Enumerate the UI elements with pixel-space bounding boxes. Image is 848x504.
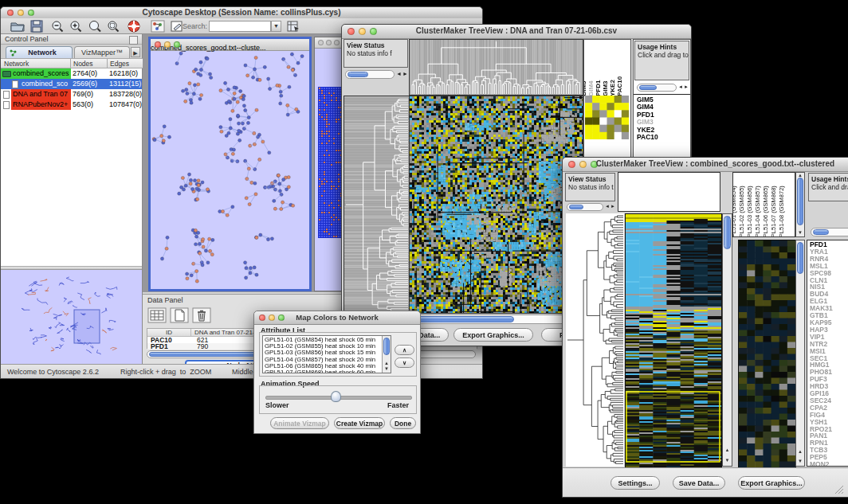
network-node[interactable] (244, 64, 247, 67)
network-node[interactable] (254, 193, 257, 196)
network-node[interactable] (186, 277, 189, 280)
network-node[interactable] (286, 113, 289, 116)
scroll-left-arrow[interactable]: ◄ (678, 84, 683, 89)
network-node[interactable] (286, 104, 289, 107)
network-node[interactable] (246, 74, 249, 77)
tab-vizmapper[interactable]: VizMapper™ (74, 46, 130, 58)
network-node[interactable] (255, 273, 258, 276)
network-node[interactable] (209, 249, 212, 252)
zoom-selected-icon[interactable] (106, 20, 120, 33)
network-list-row[interactable]: combined_scores2764(0)16218(0) (1, 68, 142, 79)
network-node[interactable] (251, 76, 254, 79)
minimize-button[interactable] (164, 41, 171, 48)
network-node[interactable] (261, 140, 265, 143)
scroll-down-arrow[interactable]: ▼ (796, 230, 804, 236)
tv2-column-dendrogram-area[interactable] (618, 172, 720, 212)
network-node[interactable] (165, 247, 168, 250)
network-node[interactable] (194, 68, 198, 71)
network-node[interactable] (184, 184, 187, 187)
network-graph-view[interactable] (151, 50, 309, 289)
network-node[interactable] (255, 108, 258, 111)
scroll-left-arrow[interactable]: ◄ (396, 71, 402, 76)
network-node[interactable] (201, 181, 204, 184)
network-node[interactable] (254, 56, 257, 59)
scroll-up-arrow[interactable]: ▲ (796, 449, 804, 455)
scroll-up-arrow[interactable]: ▲ (383, 361, 391, 366)
network-node[interactable] (162, 139, 165, 143)
network-node[interactable] (253, 266, 256, 269)
tv1-selected-cluster-matrix[interactable] (585, 96, 629, 139)
network-node[interactable] (194, 229, 197, 232)
network-node[interactable] (206, 261, 210, 264)
network-node[interactable] (210, 76, 213, 79)
network-node[interactable] (189, 178, 192, 182)
network-node[interactable] (287, 175, 290, 178)
network-node[interactable] (219, 126, 222, 129)
network-node[interactable] (160, 257, 163, 260)
network-node[interactable] (300, 55, 304, 58)
network-node[interactable] (243, 261, 246, 264)
network-node[interactable] (242, 95, 245, 98)
network-node[interactable] (185, 272, 188, 275)
network-node[interactable] (253, 182, 257, 185)
network-node[interactable] (167, 135, 171, 139)
tv2-heatmap[interactable] (625, 213, 722, 468)
network-node[interactable] (280, 207, 283, 210)
tv2-heatmap-scrollbar[interactable]: ▲ ▼ (722, 213, 732, 467)
network-node[interactable] (241, 98, 245, 101)
network-node[interactable] (236, 114, 239, 117)
network-node[interactable] (282, 178, 285, 181)
tv2-selected-cluster-heatmap[interactable] (738, 240, 796, 468)
move-down-button[interactable]: ∨ (395, 357, 414, 368)
network-node[interactable] (237, 122, 240, 125)
tv2-hints-scrollbar[interactable] (811, 228, 848, 236)
network-node[interactable] (236, 160, 239, 163)
network-node[interactable] (202, 237, 205, 240)
network-node[interactable] (194, 235, 198, 238)
network-node[interactable] (236, 132, 239, 135)
table-mode-icon[interactable] (147, 307, 167, 323)
network-node[interactable] (187, 173, 190, 176)
network-node[interactable] (279, 90, 282, 93)
col-nodes[interactable]: Nodes (71, 58, 108, 68)
network-node[interactable] (226, 156, 229, 159)
attribute-list-scrollbar[interactable]: ▲ ▼ (382, 336, 391, 373)
network-node[interactable] (199, 73, 202, 76)
network-node[interactable] (244, 276, 247, 279)
col-edges[interactable]: Edges (108, 58, 143, 68)
delete-attribute-icon[interactable] (192, 307, 211, 323)
tv1-status-scrollbar[interactable] (345, 70, 395, 79)
network-node[interactable] (186, 92, 189, 95)
network-node[interactable] (178, 192, 181, 195)
network-node[interactable] (223, 81, 226, 84)
col-network[interactable]: Network (1, 58, 71, 68)
network-node[interactable] (226, 88, 230, 91)
close-button[interactable] (318, 40, 324, 45)
scroll-down-arrow[interactable]: ▼ (796, 459, 804, 464)
search-dropdown-button[interactable]: ▼ (271, 21, 281, 32)
network-node[interactable] (229, 118, 232, 121)
network-node[interactable] (279, 102, 282, 105)
network-node[interactable] (208, 237, 211, 240)
zoom-fit-icon[interactable] (88, 20, 102, 33)
scroll-right-arrow[interactable]: ► (610, 204, 615, 209)
tv1-titlebar[interactable]: ClusterMaker TreeView : DNA and Tran 07-… (342, 25, 691, 39)
network-node[interactable] (184, 100, 187, 103)
tv1-row-dendrogram[interactable] (344, 96, 409, 314)
network-node[interactable] (288, 85, 291, 88)
network-node[interactable] (231, 152, 234, 155)
network-overview[interactable] (1, 270, 142, 364)
network-node[interactable] (287, 186, 290, 189)
move-up-button[interactable]: ∧ (395, 345, 414, 355)
dialog-titlebar[interactable]: Map Colors to Network (254, 311, 420, 325)
network-node[interactable] (202, 245, 205, 248)
zoom-button[interactable] (174, 41, 180, 48)
network-node[interactable] (198, 242, 201, 245)
network-node[interactable] (206, 57, 209, 61)
gene-list-item[interactable]: MON2 (810, 461, 833, 467)
float-panel-icon[interactable] (129, 36, 138, 45)
network-node[interactable] (210, 253, 214, 256)
tv2-save-data-button[interactable]: Save Data... (673, 476, 725, 490)
network-node[interactable] (211, 238, 214, 241)
search-config-icon[interactable] (286, 20, 300, 33)
